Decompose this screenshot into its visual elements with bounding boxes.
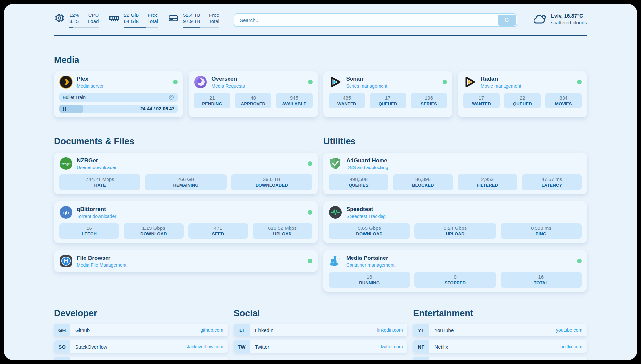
bookmark-group-social: Social LI LinkedIn linkedin.com TW Twitt… — [234, 308, 408, 360]
service-card-plex[interactable]: Plex Media server Bullet Train — [54, 71, 183, 117]
disk-total: 97.9 TB — [183, 18, 200, 24]
service-card-overseerr[interactable]: Overseerr Media Requests 21PENDING 40APP… — [189, 71, 318, 117]
cloud-icon — [532, 13, 547, 26]
disk-label-1: Free — [209, 12, 219, 18]
service-title: Plex — [77, 76, 104, 82]
stat-available: 945AVAILABLE — [276, 93, 312, 108]
playback-progress-bar: 24:44 / 02:06:47 — [59, 105, 178, 113]
header-divider — [54, 35, 587, 36]
cpu-icon — [54, 13, 65, 24]
nzbget-icon: nzbget — [59, 157, 73, 170]
stat-queries: 498,508QUERIES — [329, 174, 388, 190]
weather-location: Lviv, 16.87°C — [551, 13, 587, 19]
bookmark-url: linkedin.com — [377, 327, 408, 333]
bookmark-url: stackoverflow.com — [185, 344, 228, 349]
stat-leech: 16LEECH — [59, 223, 119, 239]
system-stats: 12%3.15 CPULoad — [54, 12, 219, 28]
memory-stat: 22 GiB64 GiB FreeTotal — [108, 12, 158, 28]
bookmark-stackoverflow[interactable]: SO StackOverflow stackoverflow.com — [54, 340, 228, 353]
ram-label-1: Free — [147, 12, 158, 18]
bookmark-dev[interactable]: DT DEV dev.to — [54, 357, 228, 360]
stat-wanted: 17WANTED — [463, 93, 500, 108]
pause-icon — [63, 107, 66, 111]
adguard-icon — [329, 157, 342, 170]
svg-text:nzbget: nzbget — [61, 162, 71, 166]
bookmark-url: youtube.com — [556, 327, 587, 333]
service-card-radarr[interactable]: Radarr Movie management 17WANTED 22QUEUE… — [458, 71, 587, 117]
cpu-percent: 12% — [69, 12, 79, 18]
svg-text:qb: qb — [63, 210, 69, 215]
stat-download: 9.65 GbpsDOWNLOAD — [329, 223, 410, 239]
status-online-dot — [577, 259, 582, 263]
stat-approved: 40APPROVED — [235, 93, 271, 108]
bookmark-name: YouTube — [429, 327, 454, 333]
dashboard-page: 12%3.15 CPULoad — [4, 4, 637, 360]
bookmark-group-developer: Developer GH Github github.com SO StackO… — [54, 308, 228, 360]
bookmark-abbr: YT — [413, 324, 429, 336]
search-input[interactable] — [234, 13, 517, 27]
speedtest-icon — [329, 206, 342, 219]
bookmark-name: StackOverflow — [70, 344, 107, 349]
service-title: AdGuard Home — [346, 157, 388, 164]
service-subtitle: Movie management — [481, 83, 521, 89]
bookmark-abbr: GH — [54, 324, 70, 336]
ram-icon — [108, 13, 120, 24]
now-playing-settings-icon[interactable] — [168, 94, 174, 100]
service-subtitle: Usenet downloader — [77, 165, 117, 170]
status-online-dot — [173, 80, 178, 84]
stat-seed: 471SEED — [188, 223, 248, 239]
service-card-portainer[interactable]: Media Portainer Container management 16R… — [323, 250, 587, 292]
bookmark-url: twitter.com — [381, 344, 407, 349]
filebrowser-icon — [59, 255, 73, 268]
bookmark-twitter[interactable]: TW Twitter twitter.com — [234, 340, 408, 353]
bookmark-group-title: Entertainment — [413, 308, 587, 318]
stat-blocked: 86,396BLOCKED — [393, 174, 453, 190]
utilities-column: Utilities AdGu — [323, 117, 587, 292]
status-online-dot — [308, 161, 312, 166]
stat-download: 1.19 GbpsDOWNLOAD — [124, 223, 183, 239]
cpu-stat: 12%3.15 CPULoad — [54, 12, 99, 28]
service-card-filebrowser[interactable]: File Browser Media File Management — [54, 250, 318, 272]
bookmark-netflix[interactable]: NF Netflix netflix.com — [413, 340, 587, 353]
storage-stat: 52.4 TB97.9 TB FreeTotal — [168, 12, 219, 28]
bookmark-reddit[interactable]: RE Reddit reddit.com — [413, 357, 587, 360]
status-online-dot — [308, 259, 312, 263]
bookmarks-section: Developer GH Github github.com SO StackO… — [54, 308, 587, 360]
portainer-icon — [329, 255, 342, 268]
bookmark-url: github.com — [200, 327, 228, 333]
service-card-qbittorrent[interactable]: qb qBittorrent Torrent downloader 16LEEC… — [54, 201, 318, 243]
service-title: Overseerr — [211, 76, 245, 82]
service-subtitle: Media server — [77, 83, 104, 89]
bookmark-group-title: Developer — [54, 308, 228, 318]
playback-time: 24:44 / 02:06:47 — [140, 106, 175, 111]
stat-queued: 22QUEUED — [504, 93, 540, 108]
service-card-nzbget[interactable]: nzbget NZBGet Usenet downloader 744.21 M… — [54, 153, 318, 194]
stat-rate: 744.21 MbpsRATE — [59, 174, 140, 190]
search-engine-button[interactable]: G — [498, 15, 516, 26]
service-subtitle: Media Requests — [211, 83, 245, 89]
service-title: Radarr — [481, 76, 521, 82]
stat-pending: 21PENDING — [194, 93, 230, 108]
service-card-adguard[interactable]: AdGuard Home DNS and adblocking 498,508Q… — [323, 153, 587, 194]
service-title: File Browser — [77, 255, 126, 261]
status-online-dot — [308, 80, 313, 84]
service-card-sonarr[interactable]: Sonarr Series management 485WANTED 17QUE… — [323, 71, 452, 117]
service-title: Sonarr — [346, 76, 387, 82]
disk-free: 52.4 TB — [183, 12, 200, 18]
bookmark-group-title: Social — [234, 308, 408, 318]
bookmark-name: Github — [70, 327, 90, 333]
service-subtitle: Torrent downloader — [77, 214, 116, 219]
stat-queued: 17QUEUED — [370, 93, 406, 108]
bookmark-github[interactable]: GH Github github.com — [54, 324, 228, 336]
weather-widget: Lviv, 16.87°C scattered clouds — [532, 13, 587, 26]
service-title: NZBGet — [77, 157, 117, 164]
bookmark-abbr: TW — [234, 340, 250, 353]
media-cards-row: Plex Media server Bullet Train — [54, 71, 587, 117]
radarr-icon — [463, 76, 476, 89]
bookmark-youtube[interactable]: YT YouTube youtube.com — [413, 324, 587, 336]
service-subtitle: Speedtest Tracking — [346, 214, 386, 219]
bookmark-linkedin[interactable]: LI LinkedIn linkedin.com — [234, 324, 408, 336]
status-online-dot — [443, 80, 447, 84]
service-title: Media Portainer — [346, 255, 394, 261]
service-card-speedtest[interactable]: Speedtest Speedtest Tracking 9.65 GbpsDO… — [323, 201, 587, 243]
